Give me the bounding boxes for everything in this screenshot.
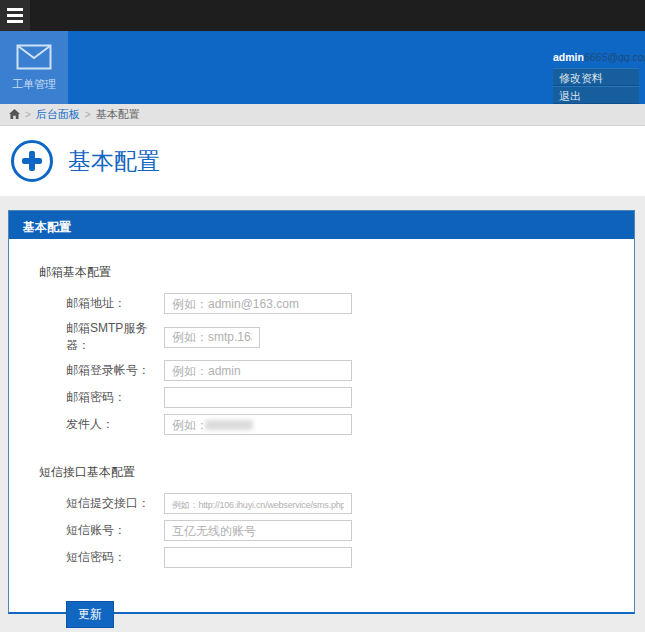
update-button[interactable]: 更新 (66, 601, 114, 628)
breadcrumb-separator: > (85, 109, 91, 120)
form-row-sms-account: 短信账号： (66, 520, 614, 541)
email-password-input[interactable] (164, 387, 352, 408)
breadcrumb-current: 基本配置 (96, 107, 140, 122)
user-email-suffix: 6665@qq.com (584, 51, 645, 63)
form-row-smtp-server: 邮箱SMTP服务器： (66, 320, 614, 354)
header: 工单管理 admin6665@qq.com 修改资料 退出 (0, 31, 645, 104)
sender-input[interactable] (164, 414, 352, 435)
smtp-server-input[interactable] (164, 327, 260, 348)
breadcrumb-link-dashboard[interactable]: 后台面板 (36, 107, 80, 122)
panel-header: 基本配置 (9, 211, 634, 239)
form-row-email-address: 邮箱地址： (66, 293, 614, 314)
form-row-sms-api: 短信提交接口： (66, 493, 614, 514)
breadcrumb-separator: > (25, 109, 31, 120)
home-icon[interactable] (9, 109, 20, 120)
menu-item-edit-profile[interactable]: 修改资料 (553, 68, 639, 86)
email-address-input[interactable] (164, 293, 352, 314)
module-label: 工单管理 (12, 77, 56, 92)
sms-account-input[interactable] (164, 520, 352, 541)
email-account-input[interactable] (164, 360, 352, 381)
user-email-prefix: admin (553, 51, 584, 63)
field-label: 邮箱地址： (66, 295, 164, 312)
user-menu: 修改资料 退出 (553, 68, 639, 104)
form-row-sender: 发件人： (66, 414, 614, 435)
hamburger-menu-icon[interactable] (0, 0, 30, 31)
config-panel: 基本配置 邮箱基本配置 邮箱地址： 邮箱SMTP服务器： 邮箱登录帐号： 邮箱密… (8, 210, 635, 614)
field-label: 短信提交接口： (66, 495, 164, 512)
title-area: 基本配置 (0, 126, 645, 196)
topbar (0, 0, 645, 31)
field-label: 邮箱密码： (66, 389, 164, 406)
envelope-icon (16, 44, 52, 70)
menu-item-logout[interactable]: 退出 (553, 86, 639, 104)
form-row-sms-password: 短信密码： (66, 547, 614, 568)
field-label: 短信账号： (66, 522, 164, 539)
field-label: 邮箱SMTP服务器： (66, 320, 164, 354)
field-label: 发件人： (66, 416, 164, 433)
page-title: 基本配置 (68, 146, 160, 177)
user-area: admin6665@qq.com 修改资料 退出 (553, 51, 639, 104)
content-area: 基本配置 邮箱基本配置 邮箱地址： 邮箱SMTP服务器： 邮箱登录帐号： 邮箱密… (0, 196, 645, 632)
section-heading-email: 邮箱基本配置 (39, 264, 614, 281)
plus-circle-icon (11, 140, 53, 182)
panel-body: 邮箱基本配置 邮箱地址： 邮箱SMTP服务器： 邮箱登录帐号： 邮箱密码： 发件… (9, 239, 634, 628)
sidebar-item-work-orders[interactable]: 工单管理 (0, 31, 68, 104)
form-row-email-password: 邮箱密码： (66, 387, 614, 408)
user-email: admin6665@qq.com (553, 51, 639, 63)
form-row-email-account: 邮箱登录帐号： (66, 360, 614, 381)
sms-api-input[interactable] (164, 493, 352, 514)
field-label: 邮箱登录帐号： (66, 362, 164, 379)
field-label: 短信密码： (66, 549, 164, 566)
sms-password-input[interactable] (164, 547, 352, 568)
section-heading-sms: 短信接口基本配置 (39, 464, 614, 481)
breadcrumb: > 后台面板 > 基本配置 (0, 104, 645, 126)
